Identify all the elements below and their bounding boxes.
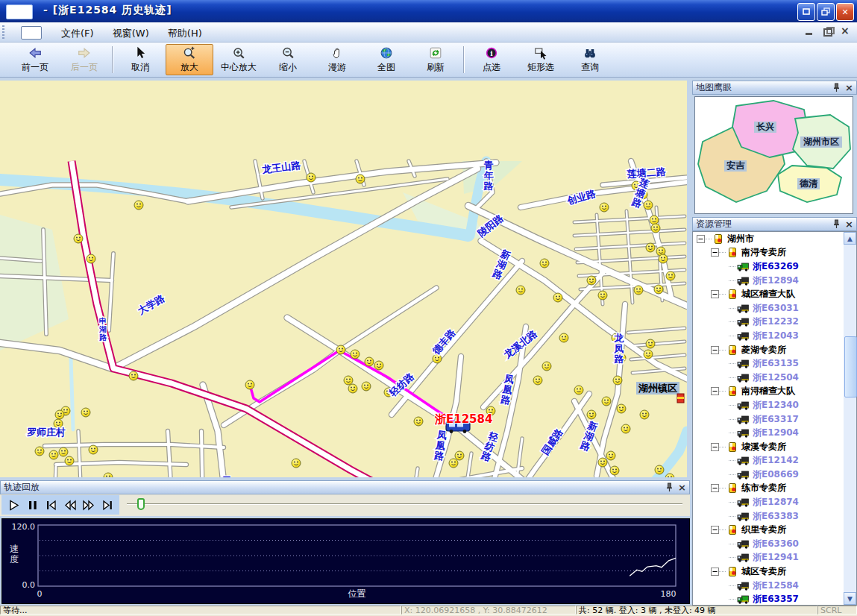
skip-end-button[interactable] [99, 497, 116, 512]
vehicle-marker-icon[interactable] [336, 345, 345, 354]
vehicle-marker-icon[interactable] [617, 404, 626, 413]
vehicle-marker-icon[interactable] [602, 397, 611, 406]
full-map-button[interactable]: 全图 [362, 44, 410, 75]
tree-node-group[interactable]: 织里专卖所 [693, 523, 856, 537]
vehicle-marker-icon[interactable] [613, 376, 622, 385]
close-icon[interactable]: × [678, 483, 686, 491]
vehicle-marker-icon[interactable] [362, 382, 371, 391]
menu-help[interactable]: 帮助(H) [160, 25, 210, 42]
tree-node-vehicle[interactable]: 浙E12584 [693, 579, 856, 593]
tree-node-vehicle[interactable]: 浙E63383 [693, 509, 856, 524]
tree-node-root[interactable]: 湖州市 [693, 232, 856, 246]
close-icon[interactable]: × [845, 84, 853, 92]
tree-node-group[interactable]: 菱湖专卖所 [693, 343, 856, 357]
cancel-button[interactable]: 取消 [116, 44, 164, 75]
eagle-eye-map[interactable]: 安吉长兴湖州市区德清 [694, 96, 853, 214]
tree-node-vehicle[interactable]: 浙E63360 [693, 537, 856, 551]
mdi-restore-icon[interactable] [823, 27, 833, 36]
collapse-toggle[interactable] [711, 484, 719, 492]
vehicle-marker-icon[interactable] [600, 203, 609, 212]
close-button[interactable]: ✕ [836, 3, 854, 21]
tree-node-vehicle[interactable]: 浙E12904 [693, 426, 856, 440]
vehicle-marker-icon[interactable] [644, 350, 653, 359]
vehicle-marker-icon[interactable] [74, 234, 83, 243]
rewind-button[interactable] [62, 497, 78, 512]
collapse-toggle[interactable] [711, 568, 719, 576]
title-bar[interactable]: - [浙E12584 历史轨迹] ✕ [0, 0, 857, 22]
minimize-button[interactable] [797, 3, 815, 21]
vehicle-marker-icon[interactable] [666, 271, 675, 280]
vehicle-marker-icon[interactable] [414, 417, 423, 426]
center-zoom-button[interactable]: 中心放大 [215, 44, 263, 75]
vehicle-marker-icon[interactable] [651, 224, 660, 233]
skip-start-button[interactable] [43, 497, 60, 512]
tree-node-group[interactable]: 练市专卖所 [693, 482, 856, 496]
vehicle-marker-icon[interactable] [540, 259, 549, 268]
vehicle-marker-icon[interactable] [553, 293, 562, 302]
fast-forward-button[interactable] [81, 497, 97, 512]
tree-node-vehicle[interactable]: 浙E12504 [693, 371, 856, 385]
vehicle-marker-icon[interactable] [134, 201, 143, 210]
tree-node-vehicle[interactable]: 浙E12941 [693, 551, 856, 565]
tree-node-vehicle[interactable]: 浙E12874 [693, 495, 856, 509]
vehicle-marker-icon[interactable] [49, 450, 58, 459]
tree-node-group[interactable]: 南浔稽查大队 [693, 385, 856, 399]
slider-thumb[interactable] [137, 498, 145, 510]
vehicle-marker-icon[interactable] [449, 459, 458, 468]
vehicle-marker-icon[interactable] [621, 424, 630, 433]
vehicle-marker-icon[interactable] [610, 466, 619, 475]
vehicle-marker-icon[interactable] [307, 173, 316, 182]
pin-icon[interactable] [832, 219, 841, 229]
pause-button[interactable] [25, 497, 41, 512]
vehicle-marker-icon[interactable] [129, 371, 138, 380]
tree-node-group[interactable]: 城区专卖所 [693, 565, 856, 579]
vehicle-marker-icon[interactable] [587, 410, 596, 419]
vehicle-marker-icon[interactable] [348, 384, 357, 393]
mdi-close-icon[interactable]: × [841, 27, 851, 36]
tree-scrollbar[interactable]: ▲ ▼ [844, 232, 856, 605]
vehicle-marker-icon[interactable] [542, 362, 551, 371]
vehicle-marker-icon[interactable] [104, 473, 113, 477]
toolbar-grip[interactable] [2, 25, 4, 39]
vehicle-marker-icon[interactable] [365, 357, 374, 366]
play-button[interactable] [6, 497, 22, 512]
vehicle-marker-icon[interactable] [455, 451, 464, 460]
zoom-in-button[interactable]: 放大 [166, 44, 213, 75]
vehicle-marker-icon[interactable] [81, 408, 90, 417]
vehicle-marker-icon[interactable] [646, 243, 655, 252]
vehicle-marker-icon[interactable] [587, 276, 596, 285]
vehicle-marker-icon[interactable] [655, 465, 664, 474]
mdi-child-icon[interactable] [21, 26, 42, 40]
tree-node-vehicle[interactable]: 浙E63269 [693, 260, 856, 274]
collapse-toggle[interactable] [697, 235, 705, 243]
vehicle-marker-icon[interactable] [533, 376, 542, 385]
collapse-toggle[interactable] [711, 526, 719, 534]
scroll-down-button[interactable]: ▼ [844, 592, 856, 605]
tree-node-vehicle[interactable]: 浙E12142 [693, 454, 856, 468]
map-canvas[interactable]: 龙王山路青年路莲塘二路创业路莲塘路陵阳路新湖路大学路申湖路德丰路龙溪北路龙凤路轻… [0, 81, 687, 477]
close-icon[interactable]: × [845, 220, 853, 228]
vehicle-marker-icon[interactable] [65, 456, 74, 465]
pan-button[interactable]: 漫游 [313, 44, 361, 75]
query-button[interactable]: 查询 [566, 44, 614, 75]
collapse-toggle[interactable] [711, 443, 719, 451]
vehicle-marker-icon[interactable] [35, 447, 44, 456]
tree-node-vehicle[interactable]: 浙E63135 [693, 356, 856, 371]
restore-button[interactable] [817, 3, 835, 21]
pin-icon[interactable] [665, 483, 674, 492]
scrollbar-thumb[interactable] [844, 336, 857, 397]
vehicle-marker-icon[interactable] [598, 458, 607, 467]
tree-node-vehicle[interactable]: 浙E12340 [693, 398, 856, 412]
vehicle-marker-icon[interactable] [659, 254, 668, 263]
tree-node-vehicle[interactable]: 浙E63031 [693, 301, 856, 315]
collapse-toggle[interactable] [711, 346, 719, 354]
vehicle-marker-icon[interactable] [55, 410, 64, 419]
vehicle-marker-icon[interactable] [89, 445, 98, 454]
vehicle-marker-icon[interactable] [351, 350, 360, 359]
collapse-toggle[interactable] [711, 387, 719, 395]
vehicle-marker-icon[interactable] [644, 201, 653, 210]
tree-node-vehicle[interactable]: 浙E12043 [693, 329, 856, 343]
next-page-button[interactable]: 后一页 [60, 44, 108, 75]
vehicle-marker-icon[interactable] [59, 447, 68, 456]
tree-node-vehicle[interactable]: 浙E12894 [693, 274, 856, 288]
